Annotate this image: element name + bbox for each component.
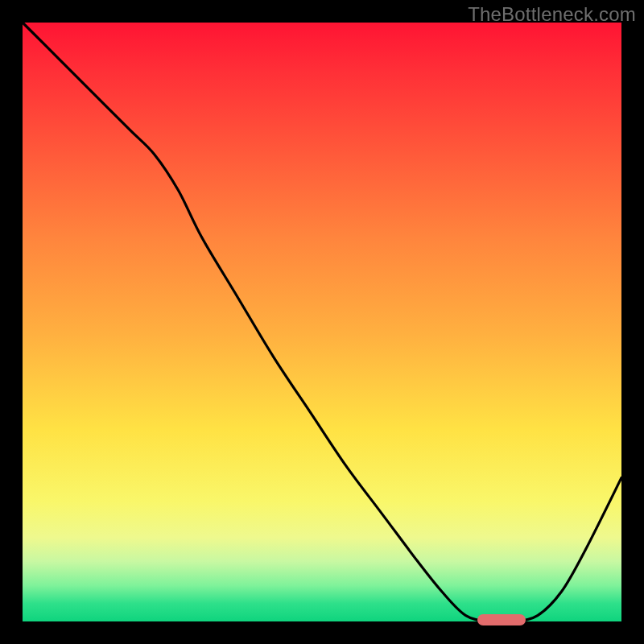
- chart-frame: TheBottleneck.com: [0, 0, 644, 644]
- plot-area: [23, 23, 621, 621]
- bottleneck-curve: [23, 23, 621, 621]
- optimal-range-marker: [477, 614, 526, 625]
